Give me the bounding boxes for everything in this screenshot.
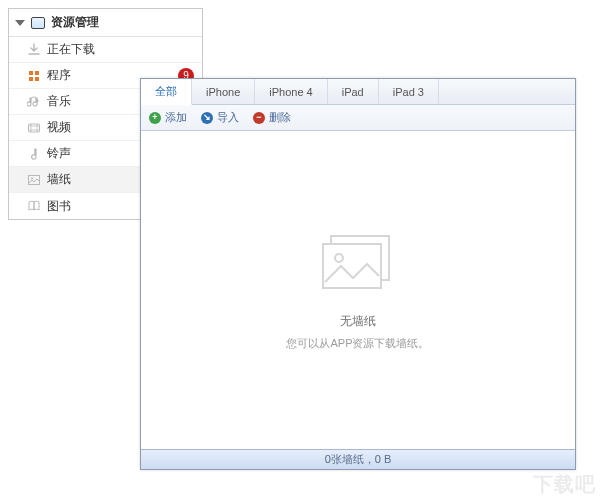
app-icon bbox=[27, 69, 41, 83]
empty-image-icon bbox=[313, 230, 403, 303]
import-button[interactable]: ↘ 导入 bbox=[201, 110, 239, 125]
status-bar: 0张墙纸，0 B bbox=[141, 449, 575, 469]
sidebar-item-downloading[interactable]: 正在下载 bbox=[9, 37, 202, 63]
tab-iphone4[interactable]: iPhone 4 bbox=[255, 79, 327, 104]
tab-iphone[interactable]: iPhone bbox=[192, 79, 255, 104]
delete-button[interactable]: − 删除 bbox=[253, 110, 291, 125]
download-icon bbox=[27, 43, 41, 57]
svg-rect-0 bbox=[29, 71, 33, 75]
button-label: 添加 bbox=[165, 110, 187, 125]
add-button[interactable]: + 添加 bbox=[149, 110, 187, 125]
import-icon: ↘ bbox=[201, 112, 213, 124]
book-icon bbox=[27, 199, 41, 213]
tab-label: iPad bbox=[342, 86, 364, 98]
tab-ipad3[interactable]: iPad 3 bbox=[379, 79, 439, 104]
svg-point-6 bbox=[31, 177, 33, 179]
svg-rect-3 bbox=[35, 77, 39, 81]
plus-icon: + bbox=[149, 112, 161, 124]
tab-label: iPad 3 bbox=[393, 86, 424, 98]
button-label: 导入 bbox=[217, 110, 239, 125]
sidebar-item-label: 正在下载 bbox=[47, 41, 194, 58]
svg-rect-2 bbox=[29, 77, 33, 81]
button-label: 删除 bbox=[269, 110, 291, 125]
main-panel: 全部 iPhone iPhone 4 iPad iPad 3 + 添加 ↘ 导入… bbox=[140, 78, 576, 470]
wallpaper-icon bbox=[27, 173, 41, 187]
sidebar-header[interactable]: 资源管理 bbox=[9, 9, 202, 37]
empty-subtitle: 您可以从APP资源下载墙纸。 bbox=[286, 336, 429, 351]
svg-rect-1 bbox=[35, 71, 39, 75]
video-icon bbox=[27, 121, 41, 135]
empty-title: 无墙纸 bbox=[340, 313, 376, 330]
tab-label: 全部 bbox=[155, 84, 177, 99]
tab-label: iPhone 4 bbox=[269, 86, 312, 98]
status-text: 0张墙纸，0 B bbox=[325, 452, 392, 467]
tab-ipad[interactable]: iPad bbox=[328, 79, 379, 104]
tab-bar: 全部 iPhone iPhone 4 iPad iPad 3 bbox=[141, 79, 575, 105]
toolbar: + 添加 ↘ 导入 − 删除 bbox=[141, 105, 575, 131]
sidebar-title: 资源管理 bbox=[51, 14, 99, 31]
delete-icon: − bbox=[253, 112, 265, 124]
watermark: 下载吧 bbox=[533, 471, 596, 498]
tab-label: iPhone bbox=[206, 86, 240, 98]
svg-rect-4 bbox=[29, 124, 40, 132]
monitor-icon bbox=[31, 17, 45, 29]
tab-all[interactable]: 全部 bbox=[141, 79, 192, 105]
svg-rect-8 bbox=[323, 244, 381, 288]
content-area: 无墙纸 您可以从APP资源下载墙纸。 bbox=[141, 131, 575, 449]
ringtone-icon bbox=[27, 147, 41, 161]
chevron-down-icon bbox=[15, 20, 25, 26]
music-icon bbox=[27, 95, 41, 109]
